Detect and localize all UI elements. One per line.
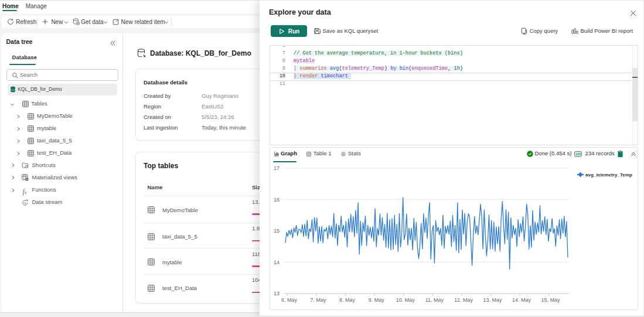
svg-text:123: 123 <box>575 152 581 156</box>
